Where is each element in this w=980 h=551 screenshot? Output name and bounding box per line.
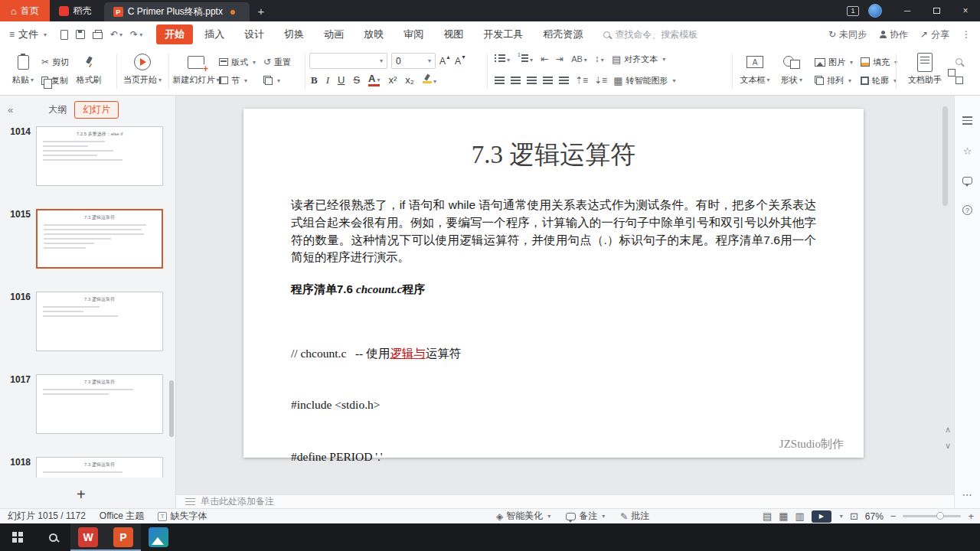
tab-docer-resources[interactable]: 稻壳资源 xyxy=(534,24,591,44)
normal-view-button[interactable]: ▤ xyxy=(763,510,772,522)
tab-transition[interactable]: 切换 xyxy=(276,24,312,44)
main-scrollbar[interactable] xyxy=(942,106,948,206)
tab-animation[interactable]: 动画 xyxy=(315,24,352,44)
smart-beautify-button[interactable]: ◈智能美化▾ xyxy=(496,510,550,523)
copy-button[interactable]: 复制 xyxy=(41,74,69,86)
zoom-out-button[interactable]: − xyxy=(890,510,897,522)
fit-window-button[interactable]: ⊡ xyxy=(850,510,858,522)
section-button[interactable]: 节▾ xyxy=(219,74,256,86)
listing-heading[interactable]: 程序清单7.6 chcount.c程序 xyxy=(291,282,816,297)
zoom-slider[interactable] xyxy=(903,515,961,517)
collapse-panel-button[interactable]: « xyxy=(8,104,13,116)
more-tools-button[interactable]: ⋯ xyxy=(962,489,973,500)
reset-button[interactable]: ↺重置 xyxy=(263,56,291,68)
slides-tab[interactable]: 幻灯片 xyxy=(74,101,119,119)
favorites-button[interactable]: ☆ xyxy=(963,145,972,157)
font-size-select[interactable]: 0▾ xyxy=(391,53,436,69)
format-painter-button[interactable]: 格式刷 xyxy=(69,47,109,86)
docer-tab[interactable]: 稻壳 xyxy=(50,0,101,21)
decrease-indent-button[interactable]: ⇤ xyxy=(541,54,548,64)
save-button[interactable] xyxy=(76,30,85,39)
sync-status-button[interactable]: ↻未同步 xyxy=(828,28,867,41)
tab-developer[interactable]: 开发工具 xyxy=(475,24,531,44)
line-spacing-button[interactable]: ↕▾ xyxy=(595,54,604,64)
increase-font-button[interactable]: A▲ xyxy=(439,56,451,67)
minimize-button[interactable]: ─ xyxy=(893,0,922,21)
slide-title[interactable]: 7.3 逻辑运算符 xyxy=(243,138,864,172)
font-family-select[interactable]: ▾ xyxy=(309,53,387,69)
notes-bar[interactable]: 单击此处添加备注 xyxy=(176,494,954,508)
slide-sorter-view-button[interactable]: ▦ xyxy=(779,510,788,522)
command-search[interactable]: 查找命令、搜索模板 xyxy=(603,28,697,41)
bullet-list-button[interactable]: ▾ xyxy=(495,54,510,64)
row-spacing-increase-button[interactable]: ⇡≡ xyxy=(575,76,588,85)
paste-button[interactable]: 粘贴▾ xyxy=(5,47,41,86)
highlighter-button[interactable]: ▾ xyxy=(423,74,436,86)
home-tab[interactable]: ⌂ 首页 xyxy=(0,0,50,21)
slide-body-text[interactable]: 读者已经很熟悉了，if 语句和 while 语句通常使用关系表达式作为测试条件。… xyxy=(291,197,816,266)
maximize-button[interactable] xyxy=(922,0,951,21)
undo-button[interactable]: ↶▾ xyxy=(110,30,122,39)
strikethrough-button[interactable]: S xyxy=(353,74,360,86)
taskbar-presentation-app[interactable]: P xyxy=(106,523,141,551)
add-slide-button[interactable]: + xyxy=(77,487,86,502)
user-avatar[interactable] xyxy=(868,4,882,18)
outline-tab[interactable]: 大纲 xyxy=(48,103,67,116)
print-button[interactable] xyxy=(93,31,103,38)
row-spacing-decrease-button[interactable]: ⇣≡ xyxy=(594,76,607,85)
file-menu-button[interactable]: ≡ 文件 ▾ xyxy=(0,28,54,41)
notes-toggle-button[interactable]: 备注▾ xyxy=(566,510,605,523)
object-properties-button[interactable] xyxy=(962,116,972,127)
numbered-list-button[interactable]: ▾ xyxy=(518,54,533,64)
start-button[interactable] xyxy=(0,523,35,551)
redo-button[interactable]: ↷▾ xyxy=(130,30,142,39)
missing-font-warning[interactable]: T缺失字体 xyxy=(158,510,207,523)
slide-thumbnail-1018[interactable]: 1018 7.3 逻辑运算符 xyxy=(0,457,175,478)
ribbon-search-button[interactable] xyxy=(956,57,962,67)
bold-button[interactable]: B xyxy=(311,74,318,86)
play-from-page-button[interactable]: 当页开始▾ xyxy=(121,47,164,86)
tab-home[interactable]: 开始 xyxy=(156,24,193,44)
new-slide-button[interactable]: 新建幻灯片▾ xyxy=(173,47,219,86)
align-center-icon[interactable] xyxy=(511,77,521,84)
new-tab-button[interactable]: + xyxy=(250,0,273,21)
comments-toggle-button[interactable]: ✎批注 xyxy=(620,510,649,523)
zoom-slider-thumb[interactable] xyxy=(936,512,944,520)
shapes-button[interactable]: 形状▾ xyxy=(773,47,810,86)
align-right-icon[interactable] xyxy=(527,77,537,84)
decrease-font-button[interactable]: A▼ xyxy=(455,56,466,67)
share-button[interactable]: ↗分享 xyxy=(920,28,949,41)
align-left-icon[interactable] xyxy=(495,77,505,84)
align-text-button[interactable]: ▤对齐文本▾ xyxy=(612,53,665,65)
to-smartart-button[interactable]: ▦转智能图形▾ xyxy=(613,74,675,86)
tab-review[interactable]: 审阅 xyxy=(395,24,432,44)
tab-view[interactable]: 视图 xyxy=(435,24,472,44)
tab-insert[interactable]: 插入 xyxy=(196,24,233,44)
previous-slide-button[interactable]: ∧ xyxy=(945,425,951,435)
cut-button[interactable]: ✂剪切 xyxy=(41,56,69,68)
doc-assistant-button[interactable]: 文档助手 xyxy=(902,47,948,86)
picture-button[interactable]: 图片▾ xyxy=(815,56,853,68)
play-options-chevron[interactable]: ▾ xyxy=(840,513,843,520)
document-tab[interactable]: P C Primer Plus终稿.pptx xyxy=(104,2,250,21)
slide-canvas[interactable]: 7.3 逻辑运算符 读者已经很熟悉了，if 语句和 while 语句通常使用关系… xyxy=(243,109,864,458)
taskbar-photos-app[interactable] xyxy=(141,523,176,551)
layout-button[interactable]: 版式▾ xyxy=(219,56,256,68)
taskbar-wps-app[interactable]: W xyxy=(70,523,106,551)
font-color-button[interactable]: A▾ xyxy=(368,73,380,86)
slide-thumbnail-1017[interactable]: 1017 7.3 逻辑运算符 xyxy=(0,374,175,434)
align-justify-icon[interactable] xyxy=(543,77,553,84)
delete-slide-button[interactable]: ▾ xyxy=(263,74,291,86)
italic-button[interactable]: I xyxy=(326,74,329,86)
increase-indent-button[interactable]: ⇥ xyxy=(556,54,564,64)
zoom-percentage[interactable]: 67% xyxy=(865,511,884,522)
message-badge[interactable]: 1 xyxy=(847,6,859,16)
superscript-button[interactable]: x² xyxy=(388,74,397,86)
thumbnail-scrollbar[interactable] xyxy=(169,380,174,437)
tab-design[interactable]: 设计 xyxy=(236,24,273,44)
play-slideshow-button[interactable]: ▶ xyxy=(812,510,831,523)
taskbar-search-button[interactable] xyxy=(35,523,70,551)
more-menu-button[interactable]: ⋮ xyxy=(962,29,971,40)
next-slide-button[interactable]: ∨ xyxy=(945,441,951,451)
textbox-button[interactable]: A 文本框▾ xyxy=(737,47,773,86)
